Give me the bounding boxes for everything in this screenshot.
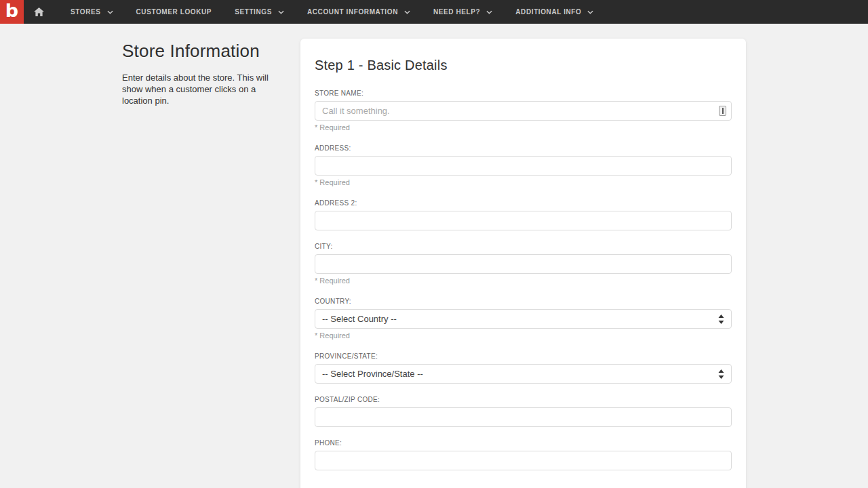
field-group-city: CITY:* Required	[315, 243, 732, 285]
nav-item-account-information[interactable]: ACCOUNT INFORMATION	[296, 0, 422, 24]
nav-item-additional-info[interactable]: ADDITIONAL INFO	[504, 0, 605, 24]
basic-details-card: Step 1 - Basic Details STORE NAME:* Requ…	[300, 39, 746, 488]
phone-input-wrap	[315, 451, 732, 470]
nav-item-need-help[interactable]: NEED HELP?	[422, 0, 504, 24]
nav-item-label: STORES	[71, 8, 101, 16]
chevron-down-icon	[404, 10, 410, 14]
nav-item-label: SETTINGS	[235, 8, 272, 16]
phone-label: PHONE:	[315, 439, 732, 447]
store-name-required-note: * Required	[315, 123, 732, 132]
postal-zip-code-input[interactable]	[315, 407, 732, 427]
nav-item-label: NEED HELP?	[433, 8, 480, 16]
city-label: CITY:	[315, 243, 732, 251]
city-required-note: * Required	[315, 277, 732, 285]
postal-zip-code-label: POSTAL/ZIP CODE:	[315, 396, 732, 404]
field-group-phone: PHONE:	[315, 439, 732, 470]
store-name-input-wrap	[315, 101, 732, 121]
country-select[interactable]: -- Select Country --	[315, 309, 732, 329]
city-input[interactable]	[315, 254, 732, 274]
country-label: COUNTRY:	[315, 298, 732, 306]
input-addon-icon	[719, 106, 726, 116]
form-step-title: Step 1 - Basic Details	[315, 58, 732, 73]
chevron-down-icon	[278, 10, 284, 14]
chevron-down-icon	[587, 10, 593, 14]
postal-zip-code-input-wrap	[315, 407, 732, 427]
address-label: ADDRESS:	[315, 144, 732, 152]
store-name-label: STORE NAME:	[315, 89, 732, 98]
address-required-note: * Required	[315, 178, 732, 187]
select-arrows-icon	[718, 314, 724, 324]
field-group-country: COUNTRY:-- Select Country --* Required	[315, 298, 732, 340]
address-input[interactable]	[315, 156, 732, 176]
country-select-value: -- Select Country --	[322, 314, 397, 324]
nav-item-customer-lookup[interactable]: CUSTOMER LOOKUP	[125, 0, 224, 24]
brand-logo[interactable]: b	[0, 0, 24, 24]
field-group-store-name: STORE NAME:* Required	[315, 89, 732, 132]
field-group-address: ADDRESS:* Required	[315, 144, 732, 187]
address-input-wrap	[315, 156, 732, 176]
nav-item-stores[interactable]: STORES	[59, 0, 125, 24]
form-fields: STORE NAME:* RequiredADDRESS:* RequiredA…	[315, 89, 732, 470]
country-required-note: * Required	[315, 331, 732, 340]
home-button[interactable]	[24, 0, 54, 24]
nav-item-label: ADDITIONAL INFO	[515, 8, 581, 16]
top-navbar: b STORESCUSTOMER LOOKUPSETTINGSACCOUNT I…	[0, 0, 868, 24]
city-input-wrap	[315, 254, 732, 274]
nav-menu: STORESCUSTOMER LOOKUPSETTINGSACCOUNT INF…	[59, 0, 605, 24]
province-state-label: PROVINCE/STATE:	[315, 352, 732, 361]
field-group-postal-zip-code: POSTAL/ZIP CODE:	[315, 396, 732, 427]
phone-input[interactable]	[315, 451, 732, 470]
nav-item-label: CUSTOMER LOOKUP	[136, 8, 212, 16]
select-arrows-icon	[718, 369, 724, 379]
page-description: Enter details about the store. This will…	[122, 72, 285, 106]
home-icon	[34, 7, 44, 17]
field-group-province-state: PROVINCE/STATE:-- Select Province/State …	[315, 352, 732, 384]
field-group-address-2: ADDRESS 2:	[315, 199, 732, 230]
address-2-label: ADDRESS 2:	[315, 199, 732, 207]
province-state-select[interactable]: -- Select Province/State --	[315, 364, 732, 384]
address-2-input-wrap	[315, 211, 732, 230]
nav-item-label: ACCOUNT INFORMATION	[307, 8, 398, 16]
page-title: Store Information	[122, 41, 285, 62]
chevron-down-icon	[107, 10, 113, 14]
store-name-input[interactable]	[315, 101, 732, 121]
province-state-select-value: -- Select Province/State --	[322, 369, 423, 379]
chevron-down-icon	[486, 10, 492, 14]
intro-panel: Store Information Enter details about th…	[122, 41, 285, 106]
nav-item-settings[interactable]: SETTINGS	[223, 0, 296, 24]
address-2-input[interactable]	[315, 211, 732, 230]
